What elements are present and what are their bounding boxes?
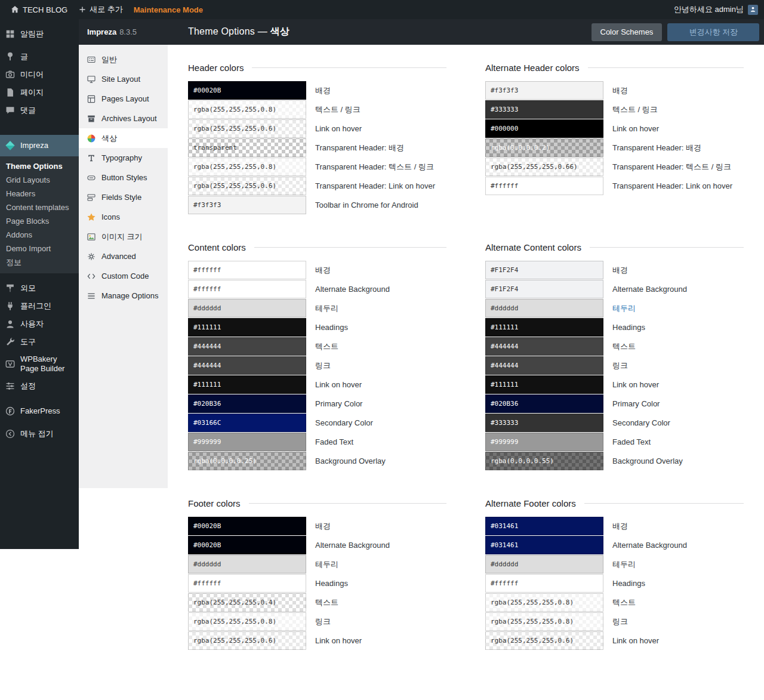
color-swatch[interactable]: rgba(0,0,0,0.55) [485,452,603,470]
color-swatch[interactable]: transparent [188,138,306,157]
sidebar-item-fakerpress[interactable]: FakerPress [0,402,79,420]
sidebar-item-settings[interactable]: 설정 [0,377,79,395]
theme-nav-item-advanced[interactable]: Advanced [79,246,168,266]
color-swatch[interactable]: #020B36 [188,394,306,413]
theme-nav-item-fields-style[interactable]: Fields Style [79,187,168,207]
color-swatch[interactable]: #000000 [485,119,603,138]
color-swatch[interactable]: #dddddd [485,555,603,573]
color-swatch[interactable]: rgba(255,255,255,0.8) [188,158,306,176]
theme-nav-item-button-styles[interactable]: Button Styles [79,168,168,187]
color-swatch[interactable]: #dddddd [188,555,306,573]
color-swatch[interactable]: rgba(255,255,255,0.8) [485,593,603,612]
color-swatch[interactable]: #444444 [485,356,603,375]
color-swatch[interactable]: #dddddd [485,299,603,317]
color-swatch[interactable]: rgba(255,255,255,0.6) [188,119,306,138]
color-swatch[interactable]: #444444 [188,337,306,356]
color-label: Background Overlay [315,457,386,465]
color-swatch[interactable]: #999999 [485,433,603,451]
color-label: 배경 [315,265,331,276]
color-swatch[interactable]: #020B36 [485,394,603,413]
color-swatch[interactable]: #111111 [485,375,603,394]
color-swatch[interactable]: #999999 [188,433,306,451]
color-swatch[interactable]: rgba(255,255,255,0.8) [485,612,603,631]
color-swatch[interactable]: rgba(0,0,0,0.25) [188,452,306,470]
color-swatch[interactable]: rgba(255,255,255,0.8) [188,612,306,631]
impreza-icon [5,140,16,151]
theme-nav-item-manage-options[interactable]: Manage Options [79,286,168,306]
color-swatch[interactable]: rgba(255,255,255,0.6) [485,631,603,650]
submenu-item-headers[interactable]: Headers [0,187,79,201]
color-row: #00020B배경 [188,81,446,100]
theme-nav-item-icons[interactable]: Icons [79,207,168,227]
color-schemes-button[interactable]: Color Schemes [592,23,663,41]
button-styles-icon [87,173,96,183]
color-swatch[interactable]: rgba(255,255,255,0.8) [188,100,306,119]
theme-nav-item-general[interactable]: 일반 [79,50,168,69]
color-swatch[interactable]: #111111 [188,375,306,394]
color-swatch[interactable]: #F1F2F4 [485,261,603,279]
theme-nav-item-image-sizes[interactable]: 이미지 크기 [79,227,168,246]
color-swatch[interactable]: #333333 [485,414,603,432]
color-swatch[interactable]: #333333 [485,100,603,119]
save-changes-button[interactable]: 변경사항 저장 [667,23,759,41]
color-swatch[interactable]: #031461 [485,536,603,554]
color-swatch[interactable]: #111111 [188,318,306,337]
sidebar-item-impreza[interactable]: Impreza [0,135,79,156]
color-row: #f3f3f3배경 [485,81,744,100]
sidebar-item-appearance[interactable]: 외모 [0,279,79,297]
sidebar-item-collapse[interactable]: 메뉴 접기 [0,425,79,443]
color-swatch[interactable]: #f3f3f3 [188,196,306,214]
color-swatch[interactable]: rgba(255,255,255,0.6) [188,631,306,650]
color-swatch[interactable]: #03166C [188,414,306,432]
color-swatch[interactable]: #031461 [485,517,603,535]
color-swatch[interactable]: #00020B [188,81,306,100]
color-swatch[interactable]: rgba(255,255,255,0.66) [485,158,603,176]
color-row: #444444텍스트 [188,337,446,356]
sidebar-item-tools[interactable]: 도구 [0,333,79,351]
color-swatch[interactable]: #f3f3f3 [485,81,603,100]
color-row: #111111Headings [485,318,744,337]
color-swatch[interactable]: #ffffff [485,177,603,195]
theme-nav-item-archives-layout[interactable]: Archives Layout [79,109,168,128]
color-swatch[interactable]: rgba(0,0,0,0.2) [485,138,603,157]
color-swatch[interactable]: #444444 [188,356,306,375]
maintenance-mode-link[interactable]: Maintenance Mode [128,0,208,19]
theme-nav-item-colors[interactable]: 색상 [79,128,168,148]
submenu-item-theme-options[interactable]: Theme Options [0,159,79,173]
color-swatch[interactable]: #444444 [485,337,603,356]
theme-nav-item-pages-layout[interactable]: Pages Layout [79,89,168,109]
account-greeting[interactable]: 안녕하세요 admin님 [674,4,744,15]
color-swatch[interactable]: #111111 [485,318,603,337]
sidebar-item-media[interactable]: 미디어 [0,66,79,84]
color-swatch[interactable]: rgba(255,255,255,0.4) [188,593,306,612]
theme-nav-item-custom-code[interactable]: Custom Code [79,266,168,286]
color-swatch[interactable]: #00020B [188,517,306,535]
theme-nav-item-site-layout[interactable]: Site Layout [79,69,168,89]
submenu-item-page-blocks[interactable]: Page Blocks [0,214,79,228]
sidebar-item-wpbakery[interactable]: WPBakery Page Builder [0,351,79,377]
color-swatch[interactable]: #dddddd [188,299,306,317]
sidebar-item-users[interactable]: 사용자 [0,315,79,333]
color-swatch[interactable]: #ffffff [188,280,306,298]
color-swatch[interactable]: #F1F2F4 [485,280,603,298]
color-swatch[interactable]: rgba(255,255,255,0.6) [188,177,306,195]
avatar[interactable] [748,5,758,15]
sidebar-item-comments[interactable]: 댓글 [0,101,79,119]
color-swatch[interactable]: #ffffff [188,261,306,279]
sidebar-item-posts[interactable]: 글 [0,48,79,66]
sidebar-item-plugins[interactable]: 플러그인 [0,297,79,315]
color-swatch[interactable]: #ffffff [485,574,603,593]
color-swatch[interactable]: #00020B [188,536,306,554]
new-content-button[interactable]: 새로 추가 [73,0,128,19]
submenu-item-grid-layouts[interactable]: Grid Layouts [0,173,79,187]
submenu-item-content-templates[interactable]: Content templates [0,201,79,214]
sidebar-item-dashboard[interactable]: 알림판 [0,25,79,43]
site-menu[interactable]: TECH BLOG [5,0,73,19]
theme-nav-item-typography[interactable]: Typography [79,148,168,168]
section-alternate-header-colors: Alternate Header colors#f3f3f3배경#333333텍… [485,63,744,215]
submenu-item-info[interactable]: 정보 [0,255,79,269]
submenu-item-addons[interactable]: Addons [0,228,79,242]
submenu-item-demo-import[interactable]: Demo Import [0,242,79,255]
sidebar-item-pages[interactable]: 페이지 [0,84,79,101]
color-swatch[interactable]: #ffffff [188,574,306,593]
